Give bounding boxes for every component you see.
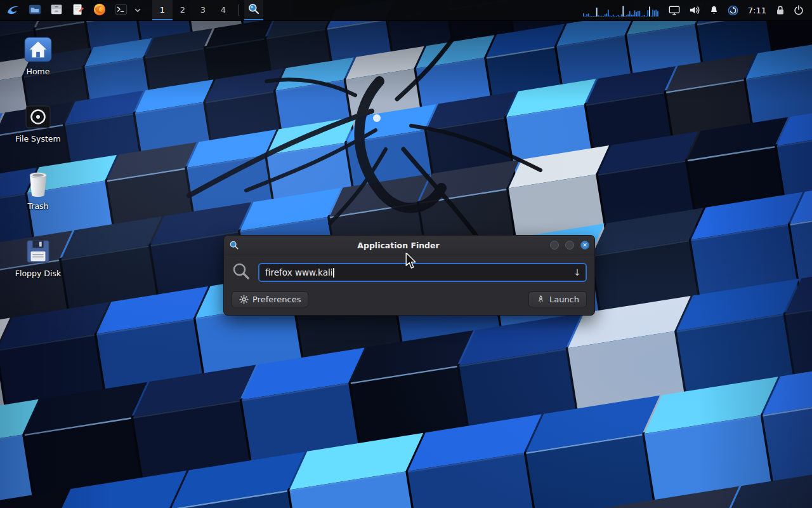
maximize-button[interactable] bbox=[565, 241, 574, 250]
workspace-switcher: 1 2 3 4 bbox=[152, 0, 233, 20]
workspace-1[interactable]: 1 bbox=[152, 0, 173, 20]
search-icon bbox=[232, 262, 251, 283]
window-title: Application Finder bbox=[253, 241, 544, 250]
launch-button[interactable]: Launch bbox=[528, 291, 587, 307]
application-finder-icon bbox=[229, 240, 239, 250]
workspace-3[interactable]: 3 bbox=[193, 0, 213, 20]
terminal-launcher[interactable] bbox=[112, 0, 131, 20]
updates-icon[interactable] bbox=[723, 0, 743, 20]
firefox-icon bbox=[93, 3, 107, 18]
drop-down-arrow-icon[interactable]: ↓ bbox=[573, 267, 581, 277]
text-editor-icon bbox=[71, 3, 85, 18]
file-manager-icon bbox=[28, 3, 42, 18]
text-editor-launcher[interactable] bbox=[69, 0, 88, 20]
launch-button-label: Launch bbox=[549, 295, 579, 304]
top-panel: 1 2 3 4 bbox=[0, 0, 812, 21]
lock-icon[interactable] bbox=[771, 0, 789, 20]
window-controls: ✕ bbox=[550, 241, 589, 250]
dialog-body: firefox www.kali ↓ bbox=[224, 255, 594, 315]
titlebar[interactable]: Application Finder ✕ bbox=[224, 236, 594, 255]
file-system-icon bbox=[24, 102, 52, 132]
volume-icon[interactable] bbox=[684, 0, 705, 20]
search-input[interactable]: firefox www.kali ↓ bbox=[258, 263, 587, 282]
close-button[interactable]: ✕ bbox=[580, 241, 589, 250]
minimize-button[interactable] bbox=[550, 241, 559, 250]
files-launcher[interactable] bbox=[47, 0, 66, 20]
floppy-disk-icon bbox=[25, 236, 51, 267]
file-manager-launcher[interactable] bbox=[25, 0, 44, 20]
desktop-icon-file-system[interactable]: File System bbox=[5, 102, 71, 144]
desktop-icon-label: File System bbox=[15, 134, 61, 144]
desktop-icon-label: Home bbox=[27, 67, 50, 76]
application-finder-window: Application Finder ✕ firefox www.kali ↓ bbox=[223, 235, 595, 316]
panel-separator bbox=[239, 4, 239, 16]
files-icon bbox=[49, 3, 63, 18]
application-finder-icon bbox=[247, 3, 260, 17]
clock[interactable]: 7:11 bbox=[743, 6, 771, 15]
display-icon[interactable] bbox=[664, 0, 684, 20]
trash-icon bbox=[26, 169, 50, 199]
terminal-icon bbox=[114, 3, 128, 18]
home-icon bbox=[23, 34, 53, 65]
workspace-2[interactable]: 2 bbox=[173, 0, 193, 20]
desktop-icon-floppy-disk[interactable]: Floppy Disk bbox=[5, 236, 71, 278]
kali-logo-icon bbox=[6, 3, 20, 18]
desktop-icon-label: Floppy Disk bbox=[15, 269, 61, 278]
desktop-icon-label: Trash bbox=[27, 201, 48, 211]
preferences-button-label: Preferences bbox=[252, 295, 301, 304]
desktop-icon-home[interactable]: Home bbox=[5, 34, 71, 76]
chevron-down-icon[interactable] bbox=[133, 8, 142, 13]
workspace-4[interactable]: 4 bbox=[213, 0, 233, 20]
kali-menu-button[interactable] bbox=[4, 0, 23, 20]
audio-graph-icon[interactable] bbox=[583, 4, 659, 17]
search-input-value: firefox www.kali bbox=[265, 267, 332, 277]
panel-launchers: 1 2 3 4 bbox=[4, 0, 263, 20]
preferences-button[interactable]: Preferences bbox=[232, 291, 308, 307]
taskbar-application-finder[interactable] bbox=[244, 0, 263, 20]
firefox-launcher[interactable] bbox=[90, 0, 109, 20]
desktop-icon-trash[interactable]: Trash bbox=[5, 169, 71, 211]
power-icon[interactable] bbox=[789, 0, 808, 20]
panel-status-tray: 7:11 bbox=[583, 0, 808, 20]
gear-icon bbox=[239, 295, 249, 304]
launch-rocket-icon bbox=[536, 295, 546, 304]
notifications-bell-icon[interactable] bbox=[705, 0, 723, 20]
text-caret bbox=[333, 268, 334, 277]
desktop: 1 2 3 4 bbox=[0, 0, 812, 508]
